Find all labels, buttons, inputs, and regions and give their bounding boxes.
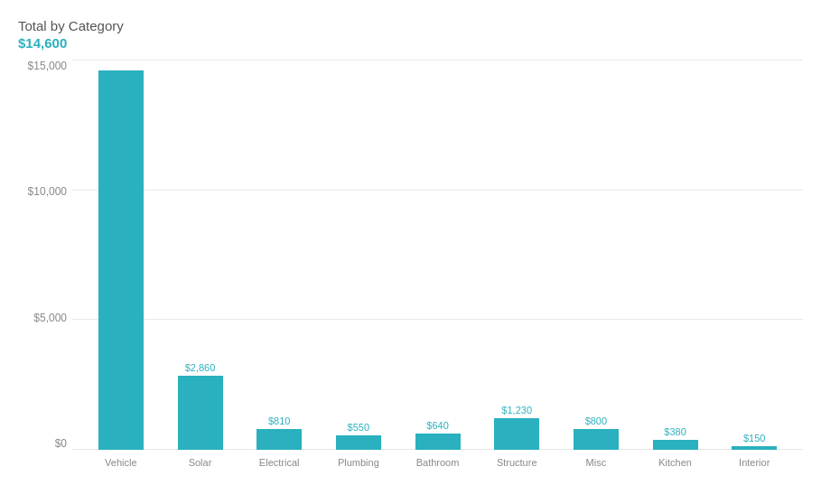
bar-group: $800 <box>556 60 636 450</box>
x-labels: VehicleSolarElectricalPlumbingBathroomSt… <box>72 450 803 475</box>
bar[interactable] <box>574 429 619 450</box>
x-axis-label: Electrical <box>239 450 319 475</box>
bar-group: $550 <box>319 60 398 450</box>
bar[interactable] <box>653 440 698 450</box>
bar[interactable] <box>494 418 539 450</box>
x-axis-label: Kitchen <box>636 450 715 475</box>
bar-value-label: $800 <box>585 415 607 426</box>
bar-group: $2,860 <box>161 60 240 450</box>
bar-group <box>81 60 161 450</box>
chart-total: $14,600 <box>18 35 803 51</box>
y-axis-labels: $15,000$10,000$5,000$0 <box>18 60 72 475</box>
bar-group: $1,230 <box>477 60 556 450</box>
bar-value-label: $150 <box>743 433 765 443</box>
bar-group: $640 <box>398 60 478 450</box>
bar[interactable] <box>415 434 461 450</box>
plot-area: $2,860$810$550$640$1,230$800$380$150 Veh… <box>72 60 803 475</box>
y-axis-label: $5,000 <box>33 312 72 324</box>
x-axis-label: Interior <box>714 450 794 475</box>
bar[interactable] <box>178 376 223 450</box>
bar-value-label: $810 <box>268 415 290 426</box>
bar-value-label: $380 <box>664 426 686 437</box>
x-axis-label: Bathroom <box>398 450 478 475</box>
bar-group: $810 <box>239 60 319 450</box>
bar-group: $150 <box>714 60 794 450</box>
x-axis-label: Misc <box>556 450 636 475</box>
x-axis-label: Structure <box>477 450 556 475</box>
bar-group: $380 <box>636 60 715 450</box>
chart-title: Total by Category <box>18 18 803 33</box>
y-axis-label: $15,000 <box>28 60 72 72</box>
chart-area: $15,000$10,000$5,000$0 $2,860$810$550$64… <box>18 60 803 475</box>
bars-container: $2,860$810$550$640$1,230$800$380$150 <box>72 60 803 450</box>
x-axis-label: Solar <box>161 450 240 475</box>
y-axis: $15,000$10,000$5,000$0 <box>18 60 72 475</box>
chart-container: Total by Category $14,600 $15,000$10,000… <box>0 0 821 504</box>
bar[interactable] <box>98 70 144 450</box>
bar-value-label: $1,230 <box>501 405 532 415</box>
y-axis-label: $0 <box>55 437 72 450</box>
x-axis-label: Vehicle <box>81 450 161 475</box>
bar[interactable] <box>336 435 381 450</box>
bar[interactable] <box>257 429 302 450</box>
y-axis-label: $10,000 <box>28 185 72 198</box>
bar-value-label: $550 <box>348 422 369 433</box>
bar-value-label: $2,860 <box>185 362 216 373</box>
bar-value-label: $640 <box>426 420 448 431</box>
x-axis-label: Plumbing <box>319 450 398 475</box>
